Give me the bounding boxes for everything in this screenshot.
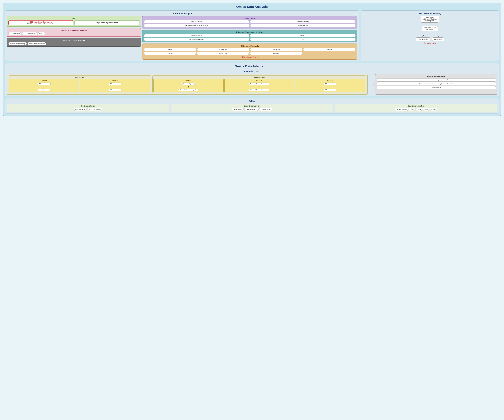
- mode-i-title: Mode I: [42, 80, 47, 82]
- motif-enrichment-title: Motif Enrichment Analysis: [8, 39, 139, 41]
- mode-ii-item2: Differential peaks: [109, 89, 121, 91]
- feature-plot-pill: Feature plot: [197, 52, 249, 55]
- mode-ii-item1: Differential genes: [109, 83, 121, 85]
- diff-analysis-orange-box: Differential Analysis Pie plot Volcano p…: [142, 43, 357, 59]
- peak-split: ↙ Peak annotation ↘ Peak profile: [416, 35, 444, 41]
- ma-plot-pill: MA plot: [303, 48, 355, 51]
- utils-enrichment-pills: GO enrichment KEGG enrichment: [8, 108, 168, 111]
- motif-enrichment-box: Motif Enrichment Analysis de novo motif …: [7, 38, 141, 47]
- mode-iii-title: Mode III: [186, 80, 192, 82]
- utils-title: Utils: [7, 100, 497, 102]
- utils-go-pill: GO enrichment: [74, 108, 87, 111]
- mode-iii-item2: Two sets of annotated peaks: [179, 89, 198, 91]
- main-title: Omics Data Analysis: [5, 5, 499, 9]
- input-inner: GEO accession or Count matrix (RNA-seq, …: [8, 20, 139, 25]
- utils-tpm-pill: TPM: [416, 108, 422, 111]
- mode-v-item2: Differential genes: [324, 89, 336, 91]
- sample-meta-label: Sample metadata (condition, batch): [96, 22, 118, 24]
- downstream-title: Downstream Analysis: [377, 76, 496, 77]
- volcano-plot-pill: Volcano plot: [197, 48, 249, 51]
- diff-right: Quality Control Feature detected Sample …: [142, 16, 357, 59]
- mode-i-item1: Differential genes: [38, 83, 51, 85]
- arrow-left-branch: ↙: [422, 35, 424, 37]
- utils-entrez-pill: Entrez gene ID: [259, 108, 272, 111]
- heatmap-pill: Heatmap: [250, 52, 302, 55]
- mode-iv-item1: Differential or Annotated peaks: [249, 83, 270, 85]
- utils-geneid-title: Gene ID conversion: [172, 105, 332, 107]
- peak-flow: Peak file(s)(ChIP-seq, ATAC-seq,m6A-seq,…: [363, 16, 498, 44]
- integration-label: Integration: [244, 70, 254, 72]
- multidatasets-label: Multi-datasets: [153, 77, 365, 78]
- mode-i-card: Mode I Differential genes + Annotated pe…: [9, 79, 79, 92]
- utils-kegg-pill: KEGG enrichment: [87, 108, 102, 111]
- outlier-detection-pill: Outlier detection: [250, 24, 355, 27]
- pca-grid: Find informative PCs Explore PCs GO enri…: [144, 34, 355, 41]
- differential-analysis-section: Differential Analysis Input GEO accessio…: [5, 10, 359, 61]
- diff-genes-peaks-note: Differential genes/peaks: [241, 56, 258, 58]
- peak-profile-box: Peak profile: [432, 37, 444, 41]
- diff-note-wrapper: Differential genes/peaks: [144, 55, 355, 58]
- feature-detected-pill: Feature detected: [144, 20, 249, 23]
- geo-sub: (RNA-seq, ChIP-seq, ATAC-seq, m6A-seq, e…: [10, 23, 72, 24]
- input-title: Input: [8, 17, 139, 19]
- go-enrichment-pill: GO enrichment: [8, 32, 21, 35]
- mode-v-title: Mode V: [327, 80, 333, 82]
- qc-grid: Feature detected Sample clustering Batch…: [144, 20, 355, 27]
- modes-to-downstream-arrow: ⟹: [369, 74, 374, 95]
- pca-title: Principal Component Analysis: [144, 31, 355, 33]
- scatter-plot-pill: Scatter plot: [250, 48, 302, 51]
- geo-box: GEO accession or Count matrix (RNA-seq, …: [8, 20, 73, 25]
- utils-enrichment-title: Enrichment plot: [8, 105, 168, 107]
- denovo-motif-pill: de novo motif discovery: [8, 42, 27, 45]
- mode-v-item1: Differential genes: [324, 83, 336, 85]
- arrow-right-branch: ↘: [437, 35, 439, 37]
- multidatasets-modes: Mode III Differential genes + Two sets o…: [153, 79, 365, 92]
- main-container: Omics Data Analysis Differential Analysi…: [3, 3, 501, 116]
- find-informative-pcs-pill: Find informative PCs: [144, 34, 249, 37]
- mode-iii-item1: Differential genes: [182, 83, 195, 85]
- multiomics-label: Multi-omics: [9, 77, 150, 78]
- geo-title: GEO accession or Count matrix: [10, 21, 72, 23]
- utils-genesymbol-pill: Gene symbol: [232, 108, 244, 111]
- downstream-box: Downstream Analysis Integration summary …: [375, 74, 497, 95]
- diff-analysis-title: Differential Analysis: [7, 12, 357, 15]
- kegg-enrichment-pill: KEGG enrichment: [22, 32, 37, 35]
- integration-modes: Multi-omics Mode I Differential genes + …: [7, 74, 368, 95]
- diff-orange-title: Differential Analysis: [144, 45, 355, 47]
- mode-ii-plus: +: [114, 86, 116, 88]
- utils-ensembl-pill: Ensembl gene ID: [244, 108, 258, 111]
- utils-normalization-pills: Median of ratios TMM TPM CPM RPKM: [336, 108, 496, 111]
- sample-meta-box: Sample metadata (condition, batch): [74, 20, 139, 25]
- integration-section: Omics Data Integration Integration ⟵ Mul…: [5, 63, 499, 96]
- input-box: Input GEO accession or Count matrix (RNA…: [7, 16, 141, 27]
- utils-cpm-pill: CPM: [423, 108, 429, 111]
- explore-pcs-pill: Explore PCs: [250, 34, 355, 37]
- mode-v-card: Mode V Differential genes + Differential…: [295, 79, 365, 92]
- peak-processing-box: Peak Data Processing Peak file(s)(ChIP-s…: [361, 10, 499, 61]
- arrow-down-2: ↓: [429, 32, 431, 34]
- diff-left: Input GEO accession or Count matrix (RNA…: [7, 16, 141, 59]
- modes-wrapper: Multi-omics Mode I Differential genes + …: [8, 76, 366, 93]
- mode-iv-card: Mode IV Differential or Annotated peaks …: [224, 79, 294, 92]
- utils-rpkm-pill: RPKM: [430, 108, 437, 111]
- mode-iii-plus: +: [188, 86, 189, 88]
- rank-plot-pill: Rank plot: [144, 52, 196, 55]
- integration-header-row: Integration ⟵: [7, 70, 497, 73]
- peak-annotation-box: Peak annotation: [416, 37, 430, 41]
- diff-orange-grid: Pie plot Volcano plot Scatter plot MA pl…: [144, 48, 355, 55]
- utils-geneid-group: Gene ID conversion Gene symbol Ensembl g…: [171, 104, 333, 112]
- multidatasets-section: Multi-datasets Mode III Differential gen…: [152, 76, 366, 93]
- go-enrichment-pcs-pill: GO enrichment on PCs: [144, 38, 249, 41]
- diff-internal: Input GEO accession or Count matrix (RNA…: [7, 16, 357, 59]
- pie-plot-pill: Pie plot: [144, 48, 196, 51]
- utils-section: Utils Enrichment plot GO enrichment KEGG…: [5, 98, 499, 114]
- peak-files-box: Peak file(s)(ChIP-seq, ATAC-seq,m6A-seq,…: [421, 16, 439, 23]
- mode-iv-plus: +: [258, 86, 260, 88]
- integration-main-title: Omics Data Integration: [7, 65, 497, 68]
- func-enrichment-title: Functional Enrichment Analysis: [8, 29, 139, 31]
- utils-normalization-title: Count normalization: [336, 105, 496, 107]
- multiomics-section: Multi-omics Mode I Differential genes + …: [8, 76, 151, 93]
- mode-iii-card: Mode III Differential genes + Two sets o…: [153, 79, 224, 92]
- utils-normalization-group: Count normalization Median of ratios TMM…: [335, 104, 497, 112]
- downstream-item-2: Motif enrichment (de novo motif discover…: [377, 82, 496, 85]
